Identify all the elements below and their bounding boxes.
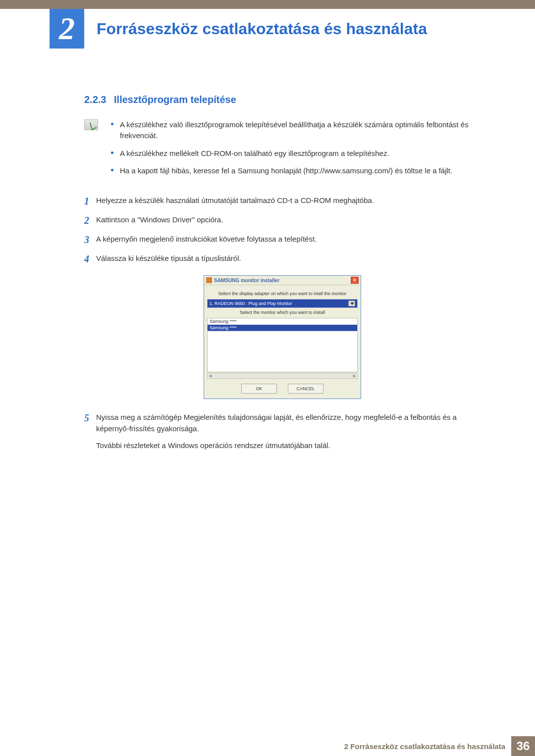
footer-chapter-text: 2 Forráseszköz csatlakoztatása és haszná… bbox=[344, 742, 505, 751]
step-text: Kattintson a "Windows Driver" opcióra. bbox=[96, 214, 481, 228]
list-item[interactable]: Samsung **** bbox=[208, 325, 357, 331]
monitor-list[interactable]: Samsung **** Samsung **** bbox=[207, 318, 358, 372]
step-row: 3 A képernyőn megjelenő instrukciókat kö… bbox=[84, 234, 481, 247]
step-row: 5 Nyissa meg a számítógép Megjelenítés t… bbox=[84, 412, 481, 434]
close-icon[interactable]: × bbox=[351, 277, 359, 284]
dialog-title-text: SAMSUNG monitor installer bbox=[214, 278, 279, 283]
step-number: 1 bbox=[84, 194, 96, 208]
adapter-select-value: 1. RADEON 9550 : Plug and Play Monitor bbox=[210, 301, 292, 306]
app-icon bbox=[206, 277, 212, 283]
list-item[interactable]: Samsung **** bbox=[208, 318, 357, 325]
note-icon bbox=[84, 119, 98, 130]
note-item: Ha a kapott fájl hibás, keresse fel a Sa… bbox=[111, 165, 481, 176]
dropdown-arrow-icon[interactable] bbox=[348, 301, 355, 306]
step-number: 3 bbox=[84, 232, 96, 247]
step-row: 1 Helyezze a készülék használati útmutat… bbox=[84, 195, 481, 208]
dialog-prompt-monitor: Select the monitor which you want to ins… bbox=[207, 310, 358, 315]
note-item: A készülékhez való illesztőprogramok tel… bbox=[111, 119, 481, 141]
ok-button[interactable]: OK bbox=[241, 384, 277, 394]
dialog-prompt-adapter: Select the display adapter on which you … bbox=[207, 291, 358, 296]
cancel-button[interactable]: CANCEL bbox=[288, 384, 323, 394]
step-extra-text: További részleteket a Windows operációs … bbox=[96, 440, 481, 452]
page-number: 36 bbox=[511, 736, 535, 756]
scroll-left-icon[interactable]: ◄ bbox=[208, 373, 213, 378]
note-list: A készülékhez való illesztőprogramok tel… bbox=[111, 119, 481, 183]
note-item: A készülékhez mellékelt CD-ROM-on találh… bbox=[111, 148, 481, 159]
step-row: 2 Kattintson a "Windows Driver" opcióra. bbox=[84, 214, 481, 228]
dialog-titlebar: SAMSUNG monitor installer × bbox=[204, 276, 361, 285]
dialog-title-left: SAMSUNG monitor installer bbox=[206, 277, 279, 283]
step-text: A képernyőn megjelenő instrukciókat köve… bbox=[96, 234, 481, 247]
step-text: Válassza ki készüléke típusát a típuslis… bbox=[96, 253, 481, 266]
note-block: A készülékhez való illesztőprogramok tel… bbox=[84, 119, 481, 183]
dialog-button-row: OK CANCEL bbox=[207, 384, 358, 394]
step-text: Helyezze a készülék használati útmutatój… bbox=[96, 195, 481, 208]
scroll-right-icon[interactable]: ► bbox=[352, 373, 357, 378]
chapter-title: Forráseszköz csatlakoztatása és használa… bbox=[97, 20, 427, 38]
section-number: 2.2.3 bbox=[84, 94, 106, 105]
page-content: 2.2.3 Illesztőprogram telepítése A készü… bbox=[84, 94, 481, 452]
chapter-number-badge: 2 bbox=[50, 9, 84, 49]
section-heading: 2.2.3 Illesztőprogram telepítése bbox=[84, 94, 481, 105]
dialog-body: Select the display adapter on which you … bbox=[204, 285, 361, 399]
steps-list: 1 Helyezze a készülék használati útmutat… bbox=[84, 195, 481, 266]
horizontal-scrollbar[interactable]: ◄ ► bbox=[207, 373, 358, 379]
adapter-select[interactable]: 1. RADEON 9550 : Plug and Play Monitor bbox=[207, 299, 358, 308]
page-footer: 2 Forráseszköz csatlakoztatása és haszná… bbox=[0, 736, 535, 756]
step-text: Nyissa meg a számítógép Megjelenítés tul… bbox=[96, 412, 481, 434]
top-decorative-bar bbox=[0, 0, 535, 9]
step-number: 5 bbox=[84, 410, 96, 434]
step-number: 2 bbox=[84, 213, 96, 228]
installer-dialog-figure: SAMSUNG monitor installer × Select the d… bbox=[84, 275, 481, 399]
section-title: Illesztőprogram telepítése bbox=[114, 94, 236, 105]
step-row: 4 Válassza ki készüléke típusát a típusl… bbox=[84, 253, 481, 266]
installer-dialog: SAMSUNG monitor installer × Select the d… bbox=[204, 275, 361, 399]
step-number: 4 bbox=[84, 252, 96, 266]
